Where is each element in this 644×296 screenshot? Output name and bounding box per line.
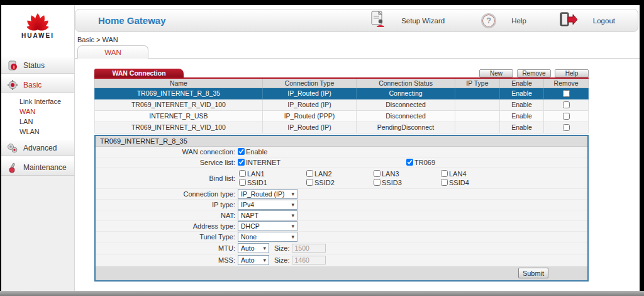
bottom-status-bar bbox=[0, 291, 644, 296]
banner-actions: Setup Wizard ? Help Logout bbox=[370, 11, 638, 31]
bind-lan4-checkbox[interactable] bbox=[441, 170, 448, 177]
table-row[interactable]: INTERNET_R_USB IP_Routed (PPP) Disconnec… bbox=[95, 110, 589, 122]
bind-ssid4-checkbox[interactable] bbox=[441, 179, 448, 186]
wan-detail-panel: TR069_INTERNET_R_8_35 WAN connection: En… bbox=[94, 135, 589, 282]
wan-connection-section: WAN Connection New Remove Help Name Conn… bbox=[94, 69, 589, 134]
cell-type: IP_Routed (IP) bbox=[262, 122, 356, 133]
breadcrumb: Basic > WAN bbox=[77, 36, 640, 43]
cell-remove bbox=[544, 99, 589, 110]
field-bind-list: Bind list: LAN1 LAN2 LAN3 LAN4 SSID1 SSI… bbox=[96, 168, 587, 189]
remove-button[interactable]: Remove bbox=[517, 69, 551, 77]
wan-connection-table: Name Connection Type Connection Status I… bbox=[94, 79, 589, 134]
sidebar-item-maintenance[interactable]: Maintenance bbox=[1, 159, 74, 176]
status-icon: i bbox=[6, 59, 19, 72]
service-tr069-checkbox[interactable] bbox=[406, 159, 413, 166]
sidebar-item-status[interactable]: i Status bbox=[1, 57, 74, 74]
nat-select[interactable]: NAPT ▾ bbox=[238, 210, 297, 220]
mss-size-input[interactable] bbox=[292, 256, 326, 265]
service-internet-checkbox[interactable] bbox=[238, 159, 245, 166]
field-label: WAN connection: bbox=[96, 148, 238, 156]
mss-select[interactable]: Auto ▾ bbox=[238, 255, 269, 265]
logout-button[interactable]: Logout bbox=[559, 11, 615, 30]
remove-checkbox[interactable] bbox=[563, 101, 570, 108]
table-toolbar: WAN Connection New Remove Help bbox=[94, 69, 589, 77]
remove-checkbox[interactable] bbox=[563, 90, 570, 97]
cell-name: INTERNET_R_USB bbox=[95, 110, 263, 122]
tab-bar: WAN bbox=[75, 45, 640, 59]
field-label: NAT: bbox=[96, 212, 238, 219]
detail-title: TR069_INTERNET_R_8_35 bbox=[96, 136, 587, 147]
table-row[interactable]: TR069_INTERNET_R_VID_100 IP_Routed (IP) … bbox=[95, 122, 589, 133]
col-header-status: Connection Status bbox=[357, 79, 455, 88]
wan-connection-enable-checkbox[interactable] bbox=[238, 148, 245, 155]
bind-lan2-checkbox[interactable] bbox=[306, 170, 313, 177]
mtu-size-input[interactable] bbox=[292, 244, 326, 253]
connection-type-select[interactable]: IP_Routed (IP) ▾ bbox=[238, 189, 297, 199]
checkbox-label: Enable bbox=[246, 148, 267, 156]
checkbox-label: SSID3 bbox=[382, 179, 402, 186]
table-row[interactable]: TR069_INTERNET_R_8_35 IP_Routed (IP) Con… bbox=[95, 88, 589, 99]
mtu-select[interactable]: Auto ▾ bbox=[238, 243, 269, 253]
help-table-button[interactable]: Help bbox=[555, 69, 589, 77]
col-header-name: Name bbox=[95, 79, 263, 88]
chevron-down-icon: ▾ bbox=[291, 212, 294, 219]
field-label: Bind list: bbox=[96, 174, 238, 182]
ip-type-select[interactable]: IPv4 ▾ bbox=[238, 200, 297, 210]
setup-wizard-button[interactable]: Setup Wizard bbox=[370, 11, 445, 31]
sidebar-item-advanced[interactable]: Advanced bbox=[1, 139, 74, 156]
sidebar-item-link-interface[interactable]: Link Interface bbox=[1, 96, 74, 106]
cell-ip-type bbox=[455, 99, 500, 110]
address-type-select[interactable]: DHCP ▾ bbox=[238, 221, 297, 231]
checkbox-label: TR069 bbox=[414, 159, 435, 166]
panel-footer: Submit bbox=[96, 266, 587, 280]
huawei-flower-icon bbox=[19, 9, 56, 31]
cell-enable: Enable bbox=[499, 122, 544, 133]
content: WAN Connection New Remove Help Name Conn… bbox=[75, 59, 640, 282]
tab-wan[interactable]: WAN bbox=[77, 45, 148, 59]
bind-ssid2-checkbox[interactable] bbox=[306, 179, 313, 186]
remove-checkbox[interactable] bbox=[563, 124, 570, 131]
gear-icon bbox=[6, 79, 19, 91]
field-ip-type: IP type: IPv4 ▾ bbox=[96, 200, 587, 210]
chevron-down-icon: ▾ bbox=[291, 223, 294, 229]
cell-status: PendingDisconnect bbox=[357, 122, 455, 133]
chevron-down-icon: ▾ bbox=[263, 245, 266, 251]
mtu-size-label: Size: bbox=[274, 244, 289, 252]
sidebar-item-label: Maintenance bbox=[23, 163, 67, 172]
field-connection-type: Connection type: IP_Routed (IP) ▾ bbox=[96, 189, 587, 200]
bind-ssid3-checkbox[interactable] bbox=[374, 179, 380, 186]
field-tunel-type: Tunel Type: None ▾ bbox=[96, 232, 587, 242]
help-button[interactable]: ? Help bbox=[481, 13, 526, 28]
mss-size-label: Size: bbox=[274, 256, 289, 264]
checkbox-label: LAN3 bbox=[382, 170, 399, 178]
sidebar-item-wan[interactable]: WAN bbox=[1, 106, 74, 117]
table-row[interactable]: TR069_INTERNET_R_VID_100 IP_Routed (IP) … bbox=[95, 99, 589, 110]
cell-status: Disconnected bbox=[357, 99, 455, 110]
checkbox-label: LAN1 bbox=[247, 170, 265, 178]
submit-button[interactable]: Submit bbox=[518, 268, 548, 278]
sidebar-item-lan[interactable]: LAN bbox=[1, 117, 74, 127]
bind-lan1-checkbox[interactable] bbox=[239, 170, 246, 177]
select-value: NAPT bbox=[241, 212, 258, 219]
bind-ssid1-checkbox[interactable] bbox=[239, 179, 246, 186]
remove-checkbox[interactable] bbox=[563, 113, 570, 120]
help-icon: ? bbox=[481, 13, 496, 28]
brand-logo: HUAWEI bbox=[1, 5, 74, 44]
bind-lan3-checkbox[interactable] bbox=[374, 170, 380, 177]
field-service-list: Service list: INTERNET TR069 bbox=[96, 157, 587, 168]
top-banner: Home Gateway Setup Wizard ? Help bbox=[75, 9, 638, 32]
sidebar-item-wlan[interactable]: WLAN bbox=[1, 127, 74, 137]
cell-enable: Enable bbox=[499, 99, 544, 110]
field-label: Service list: bbox=[96, 159, 238, 166]
sidebar-item-label: Basic bbox=[23, 81, 42, 89]
help-label: Help bbox=[511, 17, 526, 25]
new-button[interactable]: New bbox=[479, 69, 513, 77]
tunel-type-select[interactable]: None ▾ bbox=[238, 232, 297, 242]
sidebar-item-basic[interactable]: Basic bbox=[1, 76, 74, 93]
table-header-row: Name Connection Type Connection Status I… bbox=[95, 79, 589, 88]
cell-remove bbox=[544, 110, 589, 122]
select-value: None bbox=[241, 233, 257, 241]
field-label: Address type: bbox=[96, 222, 238, 230]
cell-type: IP_Routed (IP) bbox=[262, 99, 356, 110]
checkbox-label: LAN2 bbox=[314, 170, 332, 178]
